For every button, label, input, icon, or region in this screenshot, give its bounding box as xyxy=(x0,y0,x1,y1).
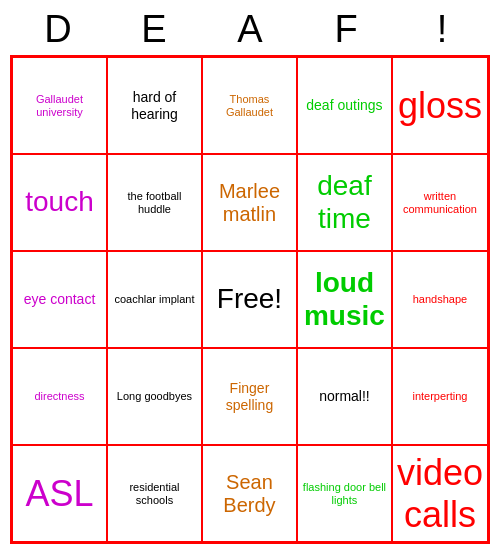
cell-10: eye contact xyxy=(12,251,107,348)
cell-9: written communication xyxy=(392,154,488,251)
cell-24: video calls xyxy=(392,445,488,542)
cell-11: coachlar implant xyxy=(107,251,202,348)
cell-1: hard of hearing xyxy=(107,57,202,154)
cell-2: Thomas Gallaudet xyxy=(202,57,297,154)
cell-12: Free! xyxy=(202,251,297,348)
cell-21: residential schools xyxy=(107,445,202,542)
cell-5: touch xyxy=(12,154,107,251)
cell-7: Marlee matlin xyxy=(202,154,297,251)
cell-18: normal!! xyxy=(297,348,392,445)
cell-20: ASL xyxy=(12,445,107,542)
header-a: A xyxy=(206,8,294,51)
header-row: D E A F ! xyxy=(10,0,490,55)
cell-8: deaf time xyxy=(297,154,392,251)
cell-23: flashing door bell lights xyxy=(297,445,392,542)
cell-3: deaf outings xyxy=(297,57,392,154)
cell-6: the football huddle xyxy=(107,154,202,251)
cell-15: directness xyxy=(12,348,107,445)
cell-4: gloss xyxy=(392,57,488,154)
cell-0: Gallaudet university xyxy=(12,57,107,154)
header-excl: ! xyxy=(398,8,486,51)
header-f: F xyxy=(302,8,390,51)
cell-19: interperting xyxy=(392,348,488,445)
header-d: D xyxy=(14,8,102,51)
cell-13: loud music xyxy=(297,251,392,348)
cell-14: handshape xyxy=(392,251,488,348)
cell-22: Sean Berdy xyxy=(202,445,297,542)
cell-17: Finger spelling xyxy=(202,348,297,445)
header-e: E xyxy=(110,8,198,51)
cell-16: Long goodbyes xyxy=(107,348,202,445)
bingo-grid: Gallaudet universityhard of hearingThoma… xyxy=(10,55,490,544)
